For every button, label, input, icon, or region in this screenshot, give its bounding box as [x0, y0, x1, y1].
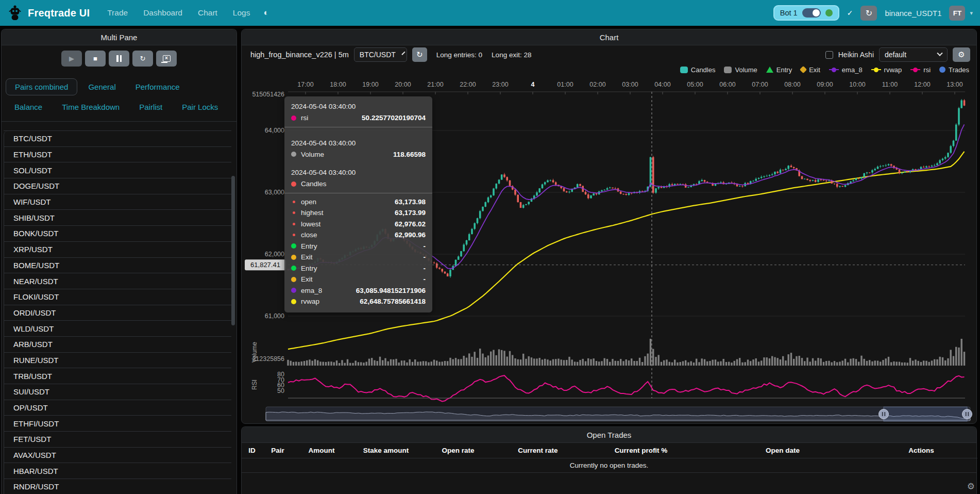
theme-toggle-icon[interactable]: ◐ [263, 8, 268, 18]
pair-list-item[interactable]: BONK/USDT [4, 226, 231, 242]
pair-list-item[interactable]: ETH/USDT [4, 147, 231, 163]
tooltip-row: Exit- [291, 274, 426, 285]
clear-panes-button[interactable]: × [156, 51, 177, 67]
legend-item-ema_8[interactable]: ema_8 [829, 66, 863, 74]
open-trades-panel: Open Trades IDPairAmountStake amountOpen… [241, 426, 977, 494]
bot-enable-toggle[interactable] [802, 8, 821, 18]
tab-performance[interactable]: Performance [127, 79, 189, 95]
pair-list-item[interactable]: RUNE/USDT [4, 353, 231, 369]
tooltip-label: Entry [301, 265, 317, 272]
legend-item-entry[interactable]: Entry [766, 66, 792, 74]
pair-list-item[interactable]: SHIB/USDT [4, 210, 231, 226]
tooltip-value: 63,173.98 [395, 198, 426, 206]
pair-list-item[interactable]: SOL/USDT [4, 162, 231, 178]
nav-item-trade[interactable]: Trade [107, 8, 128, 18]
pair-list-item[interactable]: BOME/USDT [4, 258, 231, 274]
tooltip-label: highest [301, 209, 324, 217]
chart-controls-row: high_frog_binance_v226 | 5m BTC/USDT ↻ L… [242, 45, 976, 64]
pair-list-item[interactable]: SUI/USDT [4, 384, 231, 400]
user-avatar[interactable]: FT [949, 6, 965, 21]
tooltip-row: close62,990.96 [291, 229, 426, 241]
legend-item-candles[interactable]: Candles [680, 66, 716, 74]
reload-button[interactable]: ↻ [132, 51, 153, 67]
tab-pairs-combined[interactable]: Pairs combined [6, 78, 77, 95]
column-header-pair[interactable]: Pair [262, 443, 293, 458]
svg-text:04:00: 04:00 [654, 81, 670, 88]
avatar-caret-icon[interactable]: ▾ [970, 10, 973, 17]
column-header-stake-amount[interactable]: Stake amount [350, 443, 422, 458]
tab-pair-locks[interactable]: Pair Locks [173, 99, 227, 115]
tab-general[interactable]: General [79, 79, 124, 95]
check-icon[interactable]: ✓ [847, 9, 853, 17]
bot-selector-chip[interactable]: Bot 1 [773, 5, 839, 21]
nav-item-logs[interactable]: Logs [233, 8, 250, 18]
datazoom-handle[interactable] [962, 409, 972, 419]
svg-text:13:00: 13:00 [947, 81, 962, 88]
navbar-right-group: Bot 1 ✓ ↻ binance_USDT1 FT ▾ [773, 5, 973, 21]
chart-refresh-button[interactable]: ↻ [412, 47, 427, 62]
svg-text:23:00: 23:00 [492, 81, 508, 88]
tooltip-date: 2024-05-04 03:40:00 [291, 103, 426, 110]
column-header-amount[interactable]: Amount [293, 443, 350, 458]
pair-list-item[interactable]: FET/USDT [4, 432, 231, 448]
pair-list-item[interactable]: XRP/USDT [4, 242, 231, 258]
pair-list-item[interactable]: AVAX/USDT [4, 448, 231, 464]
legend-item-rsi[interactable]: rsi [910, 66, 931, 74]
column-header-actions[interactable]: Actions [865, 443, 977, 458]
svg-text:18:00: 18:00 [330, 81, 346, 88]
heikin-ashi-label: Heikin Ashi [838, 51, 874, 59]
legend-item-exit[interactable]: Exit [801, 66, 820, 74]
pair-list-item[interactable]: ORDI/USDT [4, 305, 231, 321]
datazoom-selected-window[interactable] [884, 407, 967, 421]
global-refresh-button[interactable]: ↻ [860, 6, 877, 21]
stop-button[interactable]: ■ [85, 51, 106, 67]
column-header-current-rate[interactable]: Current rate [494, 443, 582, 458]
svg-text:17:00: 17:00 [297, 81, 313, 88]
crosshair-price-label: 61,827.41 [245, 259, 286, 270]
legend-item-trades[interactable]: Trades [939, 66, 969, 74]
open-trades-table: IDPairAmountStake amountOpen rateCurrent… [242, 443, 977, 458]
pair-list-item[interactable]: NEAR/USDT [4, 273, 231, 289]
sidebar-scrollbar-thumb[interactable] [231, 176, 235, 325]
volume-series [287, 339, 965, 366]
datazoom-handle[interactable] [879, 409, 889, 419]
plot-settings-button[interactable]: ⚙ [953, 47, 970, 62]
pair-list-item[interactable]: HBAR/USDT [4, 463, 231, 479]
svg-text:09:00: 09:00 [817, 81, 833, 88]
pair-list-item[interactable]: WLD/USDT [4, 321, 231, 337]
tooltip-date: 2024-05-04 03:40:00 [291, 139, 426, 147]
pair-list-item[interactable]: WIF/USDT [4, 194, 231, 210]
legend-item-volume[interactable]: Volume [724, 66, 757, 74]
pair-list-item[interactable]: ARB/USDT [4, 337, 231, 353]
sidebar-tabs: Pairs combinedGeneralPerformanceBalanceT… [2, 72, 236, 122]
datazoom-navigator[interactable] [266, 407, 972, 421]
page-settings-gear-icon[interactable]: ⚙ [967, 481, 975, 492]
pause-button[interactable] [109, 51, 129, 67]
tooltip-value: 62,976.02 [395, 220, 426, 228]
tab-pairlist[interactable]: Pairlist [130, 99, 171, 115]
pair-list-item[interactable]: BTC/USDT [4, 131, 231, 147]
nav-item-chart[interactable]: Chart [198, 8, 217, 18]
legend-item-rvwap[interactable]: rvwap [871, 66, 902, 74]
column-header-open-rate[interactable]: Open rate [422, 443, 494, 458]
legend-swatch [680, 67, 688, 73]
pair-list-item[interactable]: TRB/USDT [4, 368, 231, 384]
tab-balance[interactable]: Balance [6, 99, 51, 115]
tab-time-breakdown[interactable]: Time Breakdown [53, 99, 128, 115]
svg-text:4: 4 [531, 81, 535, 88]
plot-config-select[interactable]: default [879, 47, 948, 62]
legend-label: Trades [949, 66, 969, 74]
column-header-current-profit--[interactable]: Current profit % [582, 443, 700, 458]
column-header-id[interactable]: ID [242, 443, 262, 458]
heikin-ashi-checkbox[interactable] [825, 51, 833, 59]
pair-list-item[interactable]: RNDR/USDT [4, 479, 231, 494]
pair-list-item[interactable]: ETHFI/USDT [4, 416, 231, 432]
pair-list-item[interactable]: FLOKI/USDT [4, 289, 231, 305]
tooltip-date: 2024-05-04 03:40:00 [291, 169, 426, 176]
play-button[interactable]: ▶ [61, 51, 82, 67]
pair-list-item[interactable]: OP/USDT [4, 400, 231, 416]
pair-list-item[interactable]: DOGE/USDT [4, 178, 231, 194]
pair-select[interactable]: BTC/USDT [354, 47, 407, 62]
nav-item-dashboard[interactable]: Dashboard [143, 8, 182, 18]
column-header-open-date[interactable]: Open date [700, 443, 865, 458]
